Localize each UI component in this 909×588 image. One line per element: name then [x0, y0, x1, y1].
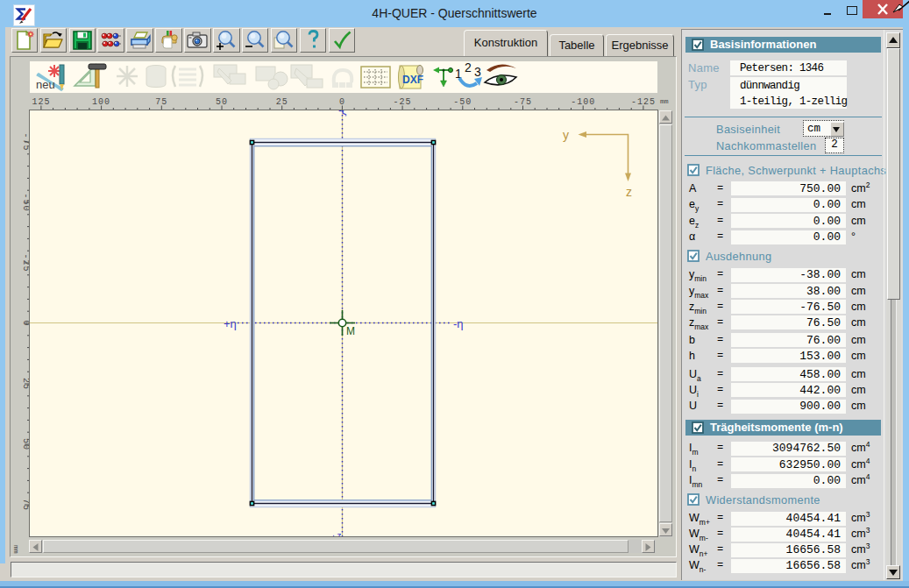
svg-text:2: 2	[465, 63, 472, 74]
svg-text:+η: +η	[224, 317, 237, 330]
svg-text:-75: -75	[514, 97, 532, 107]
svg-text:-100: -100	[571, 97, 595, 107]
svg-text:DXF: DXF	[402, 74, 423, 86]
svg-text:mm: mm	[12, 545, 20, 554]
svg-text:z: z	[626, 185, 632, 199]
svg-text:100: 100	[92, 97, 110, 107]
svg-text:mm: mm	[660, 97, 669, 105]
svg-text:-125: -125	[631, 97, 656, 107]
svg-text:+ζ: +ζ	[330, 532, 342, 536]
svg-text:y: y	[563, 128, 569, 142]
svg-text:75: 75	[155, 97, 167, 107]
svg-text:-25: -25	[394, 97, 412, 107]
svg-text:3: 3	[474, 65, 481, 79]
svg-text:125: 125	[32, 97, 50, 107]
svg-text:-η: -η	[453, 317, 464, 330]
svg-text:25: 25	[276, 97, 288, 107]
svg-text:-ζ: -ζ	[338, 110, 347, 117]
svg-text:50: 50	[216, 97, 228, 107]
svg-text:0: 0	[339, 97, 345, 107]
svg-text:neu: neu	[36, 78, 55, 91]
svg-text:M: M	[346, 325, 355, 337]
svg-text:-50: -50	[453, 97, 472, 107]
